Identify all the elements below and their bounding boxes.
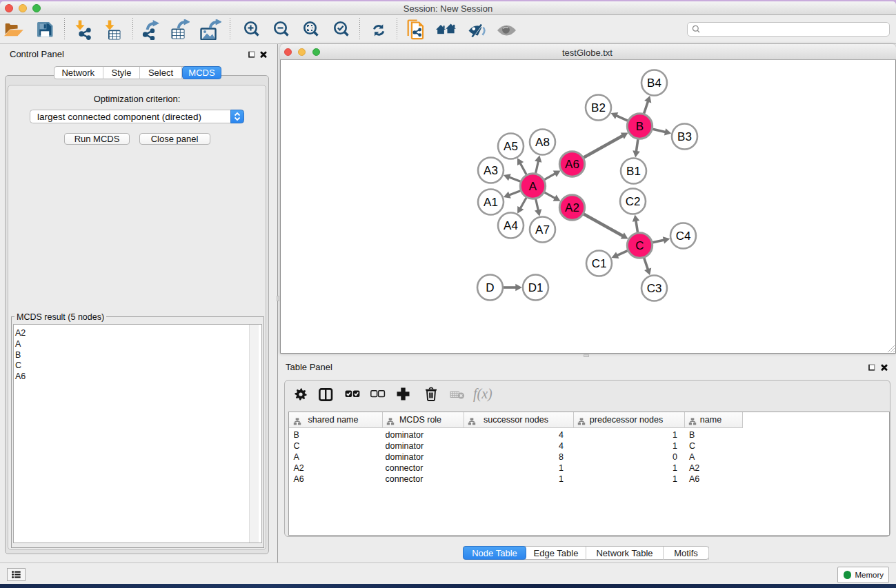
svg-text:A3: A3 [484,164,498,177]
svg-text:B3: B3 [677,130,692,143]
svg-text:A4: A4 [504,219,518,232]
svg-text:C2: C2 [625,195,640,208]
svg-text:B4: B4 [647,77,661,90]
svg-text:B1: B1 [626,165,641,178]
svg-text:B: B [635,120,643,133]
svg-text:D1: D1 [528,281,543,294]
svg-text:A: A [528,180,537,193]
svg-text:C4: C4 [675,230,690,243]
svg-text:C1: C1 [591,257,606,270]
svg-text:A6: A6 [565,158,579,171]
svg-text:A1: A1 [484,196,498,209]
svg-text:C: C [635,239,644,252]
svg-text:A8: A8 [535,136,550,149]
svg-text:D: D [486,281,494,294]
svg-text:A7: A7 [535,223,550,236]
svg-text:C3: C3 [646,282,661,295]
svg-text:B2: B2 [591,101,606,114]
svg-text:A5: A5 [504,140,518,153]
svg-text:A2: A2 [565,201,579,214]
